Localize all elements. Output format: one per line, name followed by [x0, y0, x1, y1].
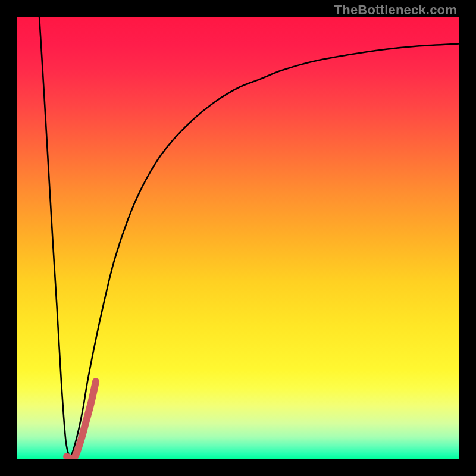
plot-area — [17, 17, 459, 459]
chart-svg — [17, 17, 459, 459]
watermark-text: TheBottleneck.com — [334, 2, 457, 18]
outer-black-frame: TheBottleneck.com — [0, 0, 476, 476]
gradient-rect — [17, 17, 459, 459]
